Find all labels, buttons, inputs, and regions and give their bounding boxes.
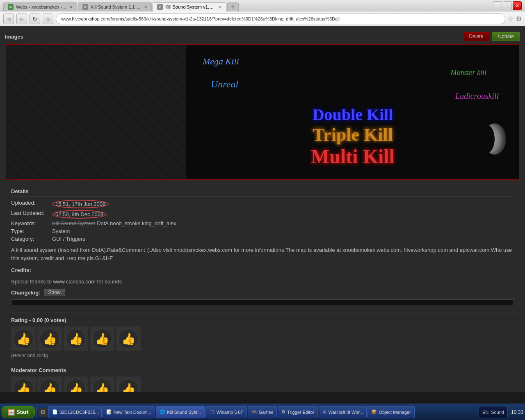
taskbar-item-1-icon: 📄 (52, 409, 58, 415)
double-kill-text: Double Kill (313, 105, 393, 124)
images-section-title: Images (5, 34, 23, 40)
svg-text:👍: 👍 (16, 332, 31, 346)
tab-favicon-1: W (8, 4, 14, 10)
browser-tab-2[interactable]: K Kill Sound System 1.1 - The... ✕ (78, 2, 152, 11)
update-button[interactable]: Update (492, 32, 520, 41)
maximize-button[interactable]: □ (503, 1, 512, 10)
moderator-title: Moderator Comments (11, 367, 514, 373)
images-section: Images Delete Update Mega Kill Monster k… (5, 30, 520, 184)
hover-click-text: (Hover and click) (11, 353, 514, 358)
tab-close-2[interactable]: ✕ (144, 5, 147, 9)
keywords-label: Keywords: (11, 220, 52, 226)
category-value: GUI / Triggers (52, 236, 85, 242)
unreal-text: Unreal (211, 79, 238, 90)
monster-kill-text: Monster kill (451, 68, 487, 77)
wrench-icon[interactable]: ⚙ (516, 15, 522, 23)
svg-text:👍: 👍 (121, 382, 136, 392)
keywords-value: Kill Sound System DotA noob_smoke king_d… (52, 220, 176, 226)
keywords-rest: DotA noob_smoke king_drift_alex (97, 220, 176, 226)
moon-graphic (482, 123, 507, 155)
sound-label: Sound (491, 410, 504, 415)
mega-kill-text: Mega Kill (203, 56, 239, 67)
system-tray[interactable]: EN Sound (479, 406, 508, 418)
start-orb-icon: 🪟 (8, 409, 15, 415)
taskbar-item-6-label: Trigger Editor (287, 410, 314, 415)
bookmark-star-icon[interactable]: ☆ (508, 15, 514, 23)
mod-star-5[interactable]: 👍 (116, 377, 141, 392)
last-updated-label: Last Updated: (11, 210, 52, 216)
taskbar-item-2-icon: 📝 (106, 409, 112, 415)
svg-text:👍: 👍 (95, 332, 110, 346)
taskbar-item-4[interactable]: 🎵 Winamp 5.07 (205, 406, 247, 418)
star-4[interactable]: 👍 (90, 326, 114, 351)
tab-label-2: Kill Sound System 1.1 - The... (91, 5, 142, 9)
taskbar-item-2-label: New Text Docum... (114, 410, 151, 415)
taskbar-item-8[interactable]: 📦 Object Manager (368, 406, 414, 418)
keywords-strikethrough: Kill Sound System (52, 220, 96, 226)
mod-star-2[interactable]: 👍 (37, 377, 62, 392)
credits-text: Special thanks to www.clancbs.com for so… (11, 278, 514, 286)
changelog-bar (11, 299, 514, 305)
details-title: Details (11, 188, 514, 196)
taskbar-item-3-icon: 🌐 (160, 409, 165, 415)
delete-button[interactable]: Delete (463, 32, 490, 41)
uploaded-value: 15:51, 17th Jun 2009 (52, 200, 109, 208)
description-text: A kill sound system (inspired from DotA)… (11, 246, 514, 262)
tab-close-1[interactable]: ✕ (69, 5, 73, 9)
taskbar-item-8-label: Object Manager (379, 410, 411, 415)
type-label: Type: (11, 228, 52, 234)
forward-button[interactable]: ▶ (16, 14, 27, 24)
browser-tab-3[interactable]: K Kill Sound System v1.2a - T... ✕ (153, 2, 226, 11)
home-button[interactable]: ⌂ (43, 14, 53, 24)
taskbar-item-3[interactable]: 🌐 Kill Sound Syst... (156, 406, 205, 418)
tab-favicon-2: K (82, 4, 88, 10)
star-2[interactable]: 👍 (37, 326, 62, 351)
address-bar[interactable] (56, 14, 505, 24)
mod-stars[interactable]: 👍 👍 👍 (11, 377, 514, 392)
svg-text:👍: 👍 (69, 382, 83, 392)
svg-text:👍: 👍 (43, 382, 57, 392)
taskbar-item-3-label: Kill Sound Syst... (167, 410, 201, 415)
image-container: Mega Kill Monster kill Unreal Ludicrousk… (5, 44, 520, 180)
start-button[interactable]: 🪟 Start (2, 406, 35, 418)
image-right-panel: Mega Kill Monster kill Unreal Ludicrousk… (186, 45, 519, 179)
back-button[interactable]: ◀ (3, 14, 14, 24)
reload-button[interactable]: ↻ (30, 14, 40, 24)
taskbar-item-6[interactable]: ⚙ Trigger Editor (278, 406, 318, 418)
minimize-button[interactable]: ─ (493, 1, 502, 10)
taskbar-separator-1 (37, 406, 37, 418)
mod-star-3[interactable]: 👍 (64, 377, 88, 392)
mod-star-1[interactable]: 👍 (11, 377, 36, 392)
close-button[interactable]: ✕ (513, 1, 522, 10)
ludicrous-text: Ludicrouskill (455, 91, 499, 101)
star-1[interactable]: 👍 (11, 326, 36, 351)
taskbar-item-7[interactable]: ⚔ Warcraft III Wor... (319, 406, 367, 418)
taskbar-item-7-label: Warcraft III Wor... (328, 410, 363, 415)
mod-star-4[interactable]: 👍 (90, 377, 114, 392)
taskbar-item-1[interactable]: 📄 32D12CDC3F235... (48, 406, 102, 418)
taskbar-item-2[interactable]: 📝 New Text Docum... (103, 406, 155, 418)
browser-tab-1[interactable]: W Webs - xnoobsmokex - 15 ✕ (3, 2, 77, 11)
multi-kill-text: Multi Kill (311, 145, 395, 168)
tab-label-1: Webs - xnoobsmokex - 15 (16, 5, 67, 9)
time-display: 10:33 (511, 409, 523, 415)
new-tab-button[interactable]: + (227, 2, 239, 11)
taskbar-item-5[interactable]: 🎮 Games (248, 406, 277, 418)
rating-section: Rating - 0.00 (0 votes) 👍 👍 (5, 313, 520, 363)
taskbar-system-icon-1[interactable]: 🖥 (39, 408, 48, 417)
svg-text:👍: 👍 (43, 332, 57, 346)
svg-text:👍: 👍 (69, 332, 83, 346)
rating-stars[interactable]: 👍 👍 👍 (11, 326, 514, 351)
show-button[interactable]: Show (44, 289, 65, 296)
start-label: Start (16, 409, 29, 415)
category-label: Category: (11, 236, 52, 242)
credits-title: Credits: (11, 266, 514, 274)
tab-close-3[interactable]: ✕ (219, 5, 222, 9)
star-5[interactable]: 👍 (116, 326, 141, 351)
taskbar-item-4-label: Winamp 5.07 (217, 410, 243, 415)
tab-favicon-3: K (157, 4, 163, 10)
tab-label-3: Kill Sound System v1.2a - T... (165, 5, 216, 9)
star-3[interactable]: 👍 (64, 326, 88, 351)
type-value: System (52, 228, 70, 234)
image-left-panel (6, 45, 186, 179)
